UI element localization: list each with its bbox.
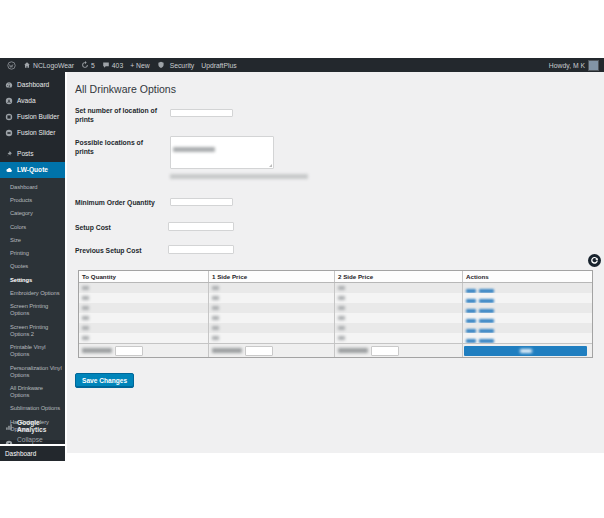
sidebar-subitem-screen-printing-options[interactable]: Screen Printing Options xyxy=(0,300,65,320)
user-avatar xyxy=(588,60,599,71)
floating-widget-icon[interactable] xyxy=(588,253,601,266)
redacted-button-label xyxy=(520,349,532,353)
sidebar-item-label: Fusion Builder xyxy=(17,114,59,121)
sidebar-subitem-category[interactable]: Category xyxy=(0,207,65,220)
new-1-side-price-input[interactable] xyxy=(245,346,273,356)
sidebar-item-fusion-slider[interactable]: Fusion Slider xyxy=(0,125,65,141)
sidebar-subitem-embroidery-options[interactable]: Embroidery Options xyxy=(0,287,65,300)
delete-link-redacted[interactable] xyxy=(479,309,494,313)
field-label-minimum-order-quantity: Minimum Order Quantity xyxy=(75,199,161,208)
updates-menu[interactable]: 5 xyxy=(81,61,95,69)
cell-1-side-price xyxy=(209,333,335,343)
new-content-menu[interactable]: + New xyxy=(130,62,149,69)
dashboard-icon xyxy=(5,81,13,89)
sidebar-subitem-printable-vinyl-options[interactable]: Printable Vinyl Options xyxy=(0,341,65,361)
site-name-label: NCLogoWear xyxy=(33,62,74,69)
sidebar-subitem-dashboard[interactable]: Dashboard xyxy=(0,181,65,194)
redacted-cell-value xyxy=(212,326,219,330)
comments-icon xyxy=(102,61,110,69)
redacted-cell-value xyxy=(212,286,219,290)
settings-page-content: All Drinkware Options Set number of loca… xyxy=(67,72,604,453)
delete-link-redacted[interactable] xyxy=(479,289,494,293)
delete-link-redacted[interactable] xyxy=(479,299,494,303)
sidebar-subitem-sublimation-options[interactable]: Sublimation Options xyxy=(0,402,65,415)
cell-actions xyxy=(463,313,592,323)
sidebar-bottom-dashboard[interactable]: Dashboard xyxy=(0,446,65,461)
redacted-cell-value xyxy=(338,296,345,300)
table-row xyxy=(79,323,592,333)
sidebar-item-lw-quote[interactable]: LW-Quote xyxy=(0,162,65,178)
cell-actions xyxy=(463,303,592,313)
edit-link-redacted[interactable] xyxy=(466,309,476,313)
column-header-actions: Actions xyxy=(463,271,592,282)
sidebar-subitem-quotes[interactable]: Quotes xyxy=(0,260,65,273)
row-action-links[interactable] xyxy=(466,323,494,333)
delete-link-redacted[interactable] xyxy=(479,339,494,343)
edit-link-redacted[interactable] xyxy=(466,329,476,333)
row-action-links[interactable] xyxy=(466,303,494,313)
save-changes-button[interactable]: Save Changes xyxy=(75,373,134,388)
howdy-text: Howdy, M K xyxy=(549,62,585,69)
cell-2-side-price xyxy=(335,313,463,323)
redacted-cell-value xyxy=(338,306,345,310)
sidebar-subitem-printing[interactable]: Printing xyxy=(0,247,65,260)
sidebar-item-posts[interactable]: Posts xyxy=(0,146,65,162)
textarea-resize-handle[interactable] xyxy=(269,164,272,167)
lw-quote-submenu: Dashboard Products Category Colors Size … xyxy=(0,178,65,440)
redacted-cell-value xyxy=(338,326,345,330)
wp-admin-bar: NCLogoWear 5 403 + New Security UpdraftP… xyxy=(0,58,604,72)
sidebar-subitem-screen-printing-options-2[interactable]: Screen Printing Options 2 xyxy=(0,321,65,341)
security-label: Security xyxy=(170,62,195,69)
row-action-links[interactable] xyxy=(466,313,494,323)
possible-locations-textarea[interactable] xyxy=(170,136,274,169)
table-row xyxy=(79,303,592,313)
sidebar-item-avada[interactable]: Avada xyxy=(0,93,65,109)
collapse-menu-label: Collapse menu xyxy=(17,437,60,444)
wp-logo-menu[interactable] xyxy=(7,61,16,70)
sidebar-subitem-products[interactable]: Products xyxy=(0,194,65,207)
bottom-dashboard-label: Dashboard xyxy=(5,450,36,457)
sidebar-top-menu: Dashboard Avada Fusion Builder Fusion Sl… xyxy=(0,72,65,178)
sidebar-subitem-personalization-vinyl-options[interactable]: Personalization Vinyl Options xyxy=(0,362,65,382)
row-action-links[interactable] xyxy=(466,333,494,343)
bar-chart-icon xyxy=(5,423,13,431)
updraftplus-menu[interactable]: UpdraftPlus xyxy=(201,62,237,69)
edit-link-redacted[interactable] xyxy=(466,299,476,303)
sidebar-subitem-size[interactable]: Size xyxy=(0,234,65,247)
row-action-links[interactable] xyxy=(466,293,494,303)
add-row-to-quantity-cell xyxy=(79,344,209,357)
cell-to-quantity xyxy=(79,293,209,303)
delete-link-redacted[interactable] xyxy=(479,319,494,323)
cell-1-side-price xyxy=(209,313,335,323)
comments-menu[interactable]: 403 xyxy=(102,61,123,69)
minimum-order-quantity-input[interactable] xyxy=(170,198,233,206)
field-label-locations-count: Set number of location of prints xyxy=(75,107,161,125)
my-account-menu[interactable]: Howdy, M K xyxy=(549,60,599,71)
locations-count-input[interactable] xyxy=(170,109,233,117)
row-action-links[interactable] xyxy=(466,283,494,293)
sidebar-item-dashboard[interactable]: Dashboard xyxy=(0,77,65,93)
delete-link-redacted[interactable] xyxy=(479,329,494,333)
edit-link-redacted[interactable] xyxy=(466,319,476,323)
sidebar-subitem-all-drinkware-options[interactable]: All Drinkware Options xyxy=(0,382,65,402)
column-header-1-side-price: 1 Side Price xyxy=(209,271,335,282)
site-name-menu[interactable]: NCLogoWear xyxy=(23,61,74,69)
sidebar-subitem-settings[interactable]: Settings xyxy=(0,274,65,287)
setup-cost-input[interactable] xyxy=(168,222,234,231)
updates-icon xyxy=(81,61,89,69)
new-to-quantity-input[interactable] xyxy=(115,346,143,356)
sidebar-subitem-colors[interactable]: Colors xyxy=(0,221,65,234)
add-row-button-redacted[interactable] xyxy=(464,346,587,356)
sidebar-item-label: Avada xyxy=(17,98,36,105)
sidebar-item-fusion-builder[interactable]: Fusion Builder xyxy=(0,109,65,125)
home-icon xyxy=(23,61,31,69)
edit-link-redacted[interactable] xyxy=(466,289,476,293)
edit-link-redacted[interactable] xyxy=(466,339,476,343)
previous-setup-cost-input[interactable] xyxy=(168,245,234,254)
redacted-cell-value xyxy=(82,336,89,340)
redacted-cell-value xyxy=(212,336,219,340)
collapse-menu-button[interactable]: Collapse menu xyxy=(0,433,65,444)
redacted-cell-value xyxy=(338,316,345,320)
security-menu[interactable]: Security xyxy=(157,61,195,69)
new-2-side-price-input[interactable] xyxy=(371,346,399,356)
